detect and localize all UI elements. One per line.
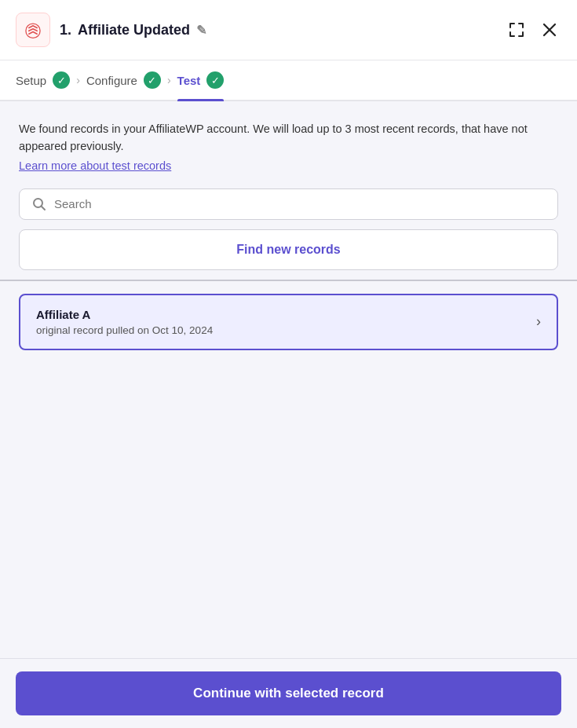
- step-configure[interactable]: Configure ✓: [86, 60, 161, 100]
- step-test[interactable]: Test ✓: [177, 60, 225, 100]
- step-configure-label: Configure: [86, 74, 137, 87]
- search-input[interactable]: [54, 197, 545, 210]
- modal-footer: Continue with selected record: [0, 658, 577, 728]
- close-button[interactable]: [538, 18, 561, 42]
- record-info: Affiliate A original record pulled on Oc…: [36, 308, 213, 336]
- steps-bar: Setup ✓ › Configure ✓ › Test ✓: [0, 60, 577, 101]
- find-records-label: Find new records: [236, 243, 340, 256]
- search-container: [19, 188, 558, 220]
- continue-button[interactable]: Continue with selected record: [16, 671, 561, 715]
- step-setup-check: ✓: [53, 71, 70, 89]
- step-chevron-1: ›: [76, 74, 80, 86]
- header-left: 1. Affiliate Updated ✎: [16, 13, 206, 47]
- step-configure-check: ✓: [144, 71, 161, 89]
- record-chevron-icon: ›: [536, 313, 541, 330]
- close-icon: [541, 21, 558, 38]
- title-text: Affiliate Updated: [78, 22, 190, 38]
- section-divider: [0, 280, 577, 281]
- app-icon: [16, 13, 50, 47]
- learn-more-link[interactable]: Learn more about test records: [19, 159, 171, 172]
- record-name: Affiliate A: [36, 308, 213, 321]
- modal-container: 1. Affiliate Updated ✎: [0, 0, 577, 728]
- step-setup[interactable]: Setup ✓: [16, 60, 70, 100]
- svg-line-1: [42, 206, 46, 210]
- edit-icon[interactable]: ✎: [196, 23, 206, 38]
- step-chevron-2: ›: [167, 74, 171, 86]
- continue-label: Continue with selected record: [193, 686, 384, 701]
- info-text: We found records in your AffiliateWP acc…: [19, 120, 558, 155]
- expand-icon: [508, 21, 525, 38]
- record-card[interactable]: Affiliate A original record pulled on Oc…: [19, 294, 558, 350]
- step-number: 1.: [60, 22, 71, 38]
- modal-content: We found records in your AffiliateWP acc…: [0, 101, 577, 728]
- step-test-check: ✓: [206, 71, 224, 89]
- modal-title: 1. Affiliate Updated ✎: [60, 22, 206, 38]
- step-setup-label: Setup: [16, 74, 46, 87]
- modal-header: 1. Affiliate Updated ✎: [0, 0, 577, 60]
- expand-button[interactable]: [505, 18, 528, 42]
- search-icon: [32, 197, 46, 211]
- header-right: [505, 18, 561, 42]
- app-logo-icon: [23, 20, 43, 40]
- step-test-label: Test: [177, 74, 201, 87]
- find-records-button[interactable]: Find new records: [19, 229, 558, 270]
- record-date: original record pulled on Oct 10, 2024: [36, 324, 213, 336]
